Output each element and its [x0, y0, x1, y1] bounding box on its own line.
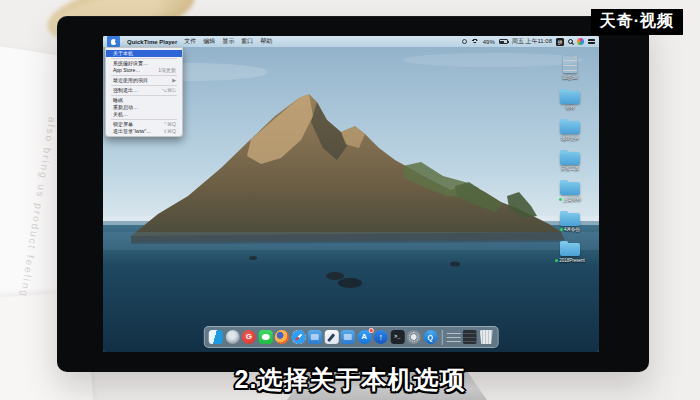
icon-label: 2018Present [555, 258, 585, 263]
finder-icon[interactable] [209, 330, 223, 344]
red-g-app-icon[interactable]: G [242, 330, 256, 344]
photo-stage: also bring us product feeling [0, 0, 700, 400]
spotlight-icon[interactable] [568, 39, 573, 44]
icon-label: 资料 [566, 105, 575, 110]
folder-icon [560, 182, 580, 195]
desktop-folder-icon[interactable]: 4月备份 [560, 213, 580, 233]
menu-item-label: 强制退出… [113, 88, 138, 93]
desktop-folder-icon[interactable]: 资料 [560, 91, 580, 111]
quicktime-icon[interactable]: Q [423, 330, 437, 344]
menu-bar: QuickTime Player 文件 编辑 显示 窗口 帮助 49% 周五 上… [103, 36, 599, 47]
menu-item-label: 睡眠 [113, 98, 123, 103]
menu-item-app-store[interactable]: App Store… 1项更新 [106, 67, 182, 74]
siri-icon[interactable] [577, 38, 584, 45]
notification-badge [368, 328, 373, 333]
battery-percent: 49% [483, 39, 495, 45]
files-stack-icon[interactable] [463, 330, 477, 344]
folder-icon [560, 121, 580, 134]
menu-item-label: 退出登录“lwtw”… [113, 129, 151, 134]
menu-item-restart[interactable]: 重新启动… [106, 104, 182, 111]
green-tag-dot [559, 198, 562, 201]
menu-help[interactable]: 帮助 [260, 37, 272, 46]
menu-item-recent-items[interactable]: 最近使用的项目 ▶ [106, 77, 182, 84]
menu-item-shortcut: ⌃⌘Q [163, 122, 176, 127]
icon-label: 项目文件 [561, 136, 579, 141]
status-icon[interactable] [462, 39, 467, 44]
desktop-folder-icon[interactable]: 2018Present [555, 243, 585, 263]
menu-item-log-out[interactable]: 退出登录“lwtw”… ⇧⌘Q [106, 128, 182, 135]
menu-item-label: App Store… [113, 68, 140, 73]
clock-text[interactable]: 周五 上午11:08 [512, 37, 552, 46]
menu-separator [111, 95, 177, 96]
blue-app-icon[interactable] [308, 330, 322, 344]
trash-icon[interactable] [479, 330, 493, 344]
green-tag-dot [555, 259, 558, 262]
desktop-folder-icon[interactable]: 上架资料 [559, 182, 581, 202]
menu-separator [111, 119, 177, 120]
folder-icon [560, 152, 580, 165]
xcode-icon[interactable] [324, 330, 338, 344]
macos-screen: QuickTime Player 文件 编辑 显示 窗口 帮助 49% 周五 上… [103, 36, 599, 352]
menu-item-shortcut: ⇧⌘Q [163, 129, 176, 134]
desktop-file-icon[interactable]: 说明.txt [562, 56, 577, 80]
icon-label: 上架资料 [559, 197, 581, 202]
desktop-folder-icon[interactable]: 开发工具 [560, 152, 580, 172]
apple-logo-icon [111, 39, 116, 45]
menu-item-label: 系统偏好设置… [113, 61, 148, 66]
folder-icon [560, 243, 580, 256]
menu-separator [111, 58, 177, 59]
wechat-icon[interactable] [258, 330, 272, 344]
wifi-icon[interactable] [471, 39, 479, 45]
menu-item-sleep[interactable]: 睡眠 [106, 97, 182, 104]
menu-separator [111, 75, 177, 76]
document-icon [563, 56, 577, 73]
menu-item-shortcut: ⌥⌘⎋ [161, 88, 176, 93]
input-method-icon[interactable]: 拼 [556, 38, 564, 46]
menu-item-label: 重新启动… [113, 105, 138, 110]
submenu-arrow-icon: ▶ [172, 78, 176, 83]
firefox-icon[interactable] [275, 330, 289, 344]
system-preferences-icon[interactable] [407, 330, 421, 344]
menu-separator [111, 85, 177, 86]
icon-label: 4月备份 [560, 227, 580, 232]
apple-dropdown-menu: 关于本机 系统偏好设置… App Store… 1项更新 最近使用的项目 ▶ 强… [105, 47, 183, 137]
dock: G A ↑ >_ Q [204, 326, 499, 348]
monitor: QuickTime Player 文件 编辑 显示 窗口 帮助 49% 周五 上… [57, 16, 649, 372]
launchpad-icon[interactable] [225, 330, 239, 344]
tutorial-caption: 2.选择关于本机选项 [0, 363, 700, 396]
menu-item-system-preferences[interactable]: 系统偏好设置… [106, 60, 182, 67]
menu-item-detail: 1项更新 [158, 68, 176, 73]
safari-icon[interactable] [291, 330, 305, 344]
menu-item-force-quit[interactable]: 强制退出… ⌥⌘⎋ [106, 87, 182, 94]
menu-item-label: 锁定屏幕 [113, 122, 133, 127]
netdisk-icon[interactable]: ↑ [374, 330, 388, 344]
menubar-app-name[interactable]: QuickTime Player [127, 39, 177, 45]
menu-item-shut-down[interactable]: 关机… [106, 111, 182, 118]
folder-icon [560, 213, 580, 226]
desktop-icon-column: 说明.txt 资料 项目文件 开发工具 上架资料 [547, 56, 593, 263]
blue-files-app-icon[interactable] [341, 330, 355, 344]
icon-label: 说明.txt [562, 75, 577, 80]
menu-item-lock-screen[interactable]: 锁定屏幕 ⌃⌘Q [106, 121, 182, 128]
watermark-badge: 天奇·视频 [591, 9, 683, 35]
menu-item-label: 关于本机 [113, 51, 133, 56]
green-tag-dot [560, 228, 563, 231]
dock-separator [441, 330, 442, 345]
desktop-folder-icon[interactable]: 项目文件 [560, 121, 580, 141]
folder-icon [560, 91, 580, 104]
app-store-icon[interactable]: A [357, 330, 371, 344]
menu-edit[interactable]: 编辑 [203, 37, 215, 46]
battery-icon[interactable] [499, 39, 508, 44]
menu-file[interactable]: 文件 [184, 37, 196, 46]
menu-window[interactable]: 窗口 [241, 37, 253, 46]
menu-item-about-this-mac[interactable]: 关于本机 [106, 50, 182, 57]
documents-stack-icon[interactable] [446, 330, 460, 344]
menu-view[interactable]: 显示 [222, 37, 234, 46]
menu-item-label: 关机… [113, 112, 128, 117]
menu-item-label: 最近使用的项目 [113, 78, 148, 83]
apple-menu-button[interactable] [107, 36, 120, 47]
icon-label: 开发工具 [561, 166, 579, 171]
menubar-status-area: 49% 周五 上午11:08 拼 [462, 37, 595, 46]
terminal-icon[interactable]: >_ [390, 330, 404, 344]
notification-center-icon[interactable] [588, 39, 595, 44]
